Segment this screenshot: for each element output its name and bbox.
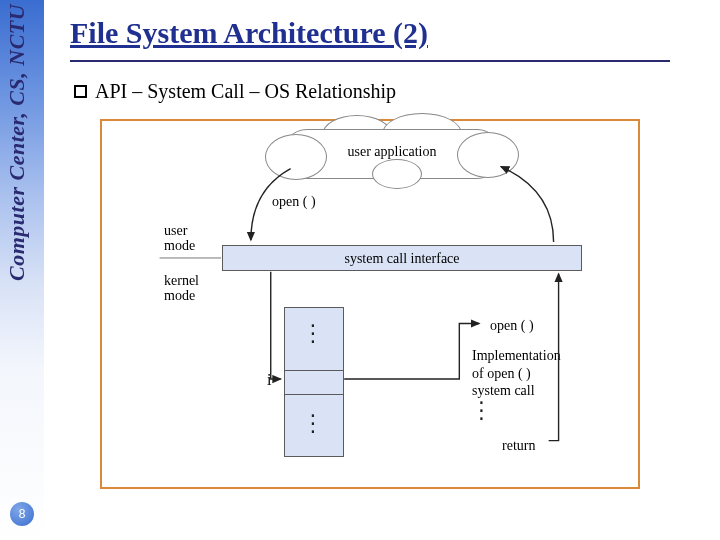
- architecture-figure: user application open ( ) user mode kern…: [100, 119, 640, 489]
- bullet-line: API – System Call – OS Relationship: [74, 80, 700, 103]
- content-area: File System Architecture (2) API – Syste…: [70, 10, 700, 489]
- slide: Computer Center, CS, NCTU 8 File System …: [0, 0, 720, 540]
- bullet-text: API – System Call – OS Relationship: [95, 80, 396, 103]
- arrows-svg: [102, 121, 638, 488]
- org-label: Computer Center, CS, NCTU: [4, 4, 40, 324]
- title-rule: [70, 60, 670, 62]
- bullet-icon: [74, 85, 87, 98]
- slide-title: File System Architecture (2): [70, 16, 700, 50]
- page-number-badge: 8: [10, 502, 34, 526]
- sidebar: Computer Center, CS, NCTU 8: [0, 0, 44, 540]
